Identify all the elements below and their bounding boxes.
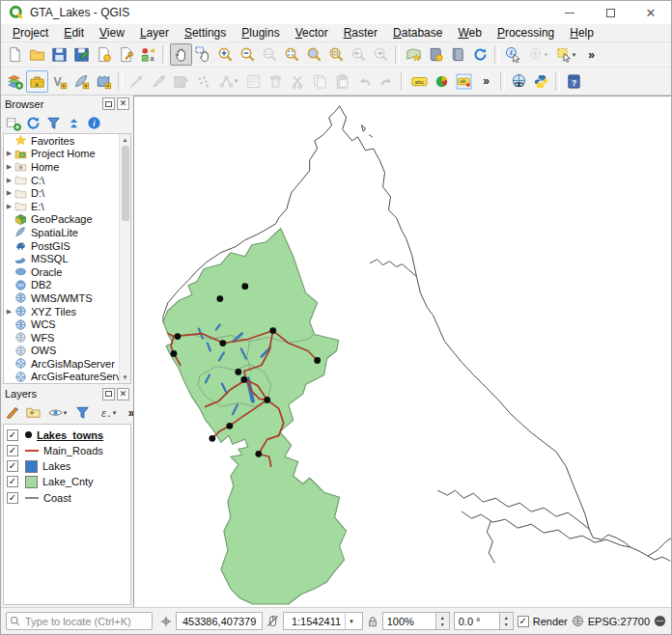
menu-item-project[interactable]: Project (5, 25, 56, 41)
layer-visibility-checkbox[interactable]: ✓ (7, 460, 18, 472)
layer-labeling-button[interactable]: abc (408, 70, 431, 93)
new-virtual-layer-button[interactable]: V (48, 70, 70, 93)
menu-item-settings[interactable]: Settings (177, 25, 234, 41)
select-by-area-button[interactable]: ▼ (552, 43, 580, 66)
browser-item-geopackage[interactable]: GeoPackage (4, 213, 130, 227)
browser-item-d-[interactable]: ▶D:\ (4, 186, 130, 200)
toolbar-overflow[interactable]: » (580, 43, 602, 66)
menu-item-plugins[interactable]: Plugins (234, 25, 287, 41)
layers-close-button[interactable]: ✕ (117, 388, 129, 400)
layer-visibility-checkbox[interactable]: ✓ (7, 429, 18, 441)
open-project-button[interactable] (26, 43, 48, 66)
layout-manager-button[interactable] (115, 43, 137, 66)
new-mesh-layer-button[interactable] (93, 70, 115, 93)
menu-item-help[interactable]: Help (562, 25, 602, 41)
python-console-button[interactable] (530, 70, 552, 93)
browser-item-c-[interactable]: ▶C:\ (4, 174, 130, 187)
filter-legend-button[interactable] (72, 403, 92, 423)
browser-close-button[interactable]: ✕ (117, 97, 129, 110)
browser-item-postgis[interactable]: PostGIS (4, 239, 130, 253)
menu-item-raster[interactable]: Raster (336, 25, 385, 41)
browser-float-button[interactable] (102, 97, 115, 110)
identify-features-button[interactable]: i (502, 43, 524, 66)
refresh-browser-button[interactable] (23, 113, 42, 132)
browser-item-db2[interactable]: DB2DB2 (4, 279, 130, 292)
show-spatial-bookmarks-button[interactable] (425, 43, 447, 66)
close-button[interactable]: ✕ (630, 1, 671, 24)
minimize-button[interactable] (549, 1, 590, 24)
pan-to-selection-button[interactable] (192, 43, 214, 66)
scroll-down-icon[interactable]: ▼ (120, 373, 130, 383)
pan-map-button[interactable] (170, 43, 192, 66)
scale-combo[interactable]: 1:1542411 ▼ (283, 612, 362, 630)
browser-properties-button[interactable]: i (84, 113, 103, 132)
magnifier-value[interactable]: 100% (382, 612, 436, 630)
filter-browser-button[interactable] (43, 113, 63, 132)
layer-item-coast[interactable]: ✓Coast (4, 490, 130, 506)
menu-item-edit[interactable]: Edit (56, 25, 92, 41)
messages-icon[interactable] (654, 615, 666, 627)
zoom-to-selection-button[interactable] (303, 43, 325, 66)
expand-icon[interactable]: ▶ (4, 203, 14, 210)
layer-visibility-checkbox[interactable]: ✓ (7, 445, 18, 456)
scroll-thumb[interactable] (122, 146, 129, 221)
lock-scale-icon[interactable] (367, 616, 378, 627)
menu-item-database[interactable]: Database (385, 25, 450, 41)
browser-item-oracle[interactable]: Oracle (4, 265, 130, 279)
zoom-out-button[interactable] (237, 43, 259, 66)
extents-toggle-icon[interactable] (266, 615, 279, 627)
style-manager-button[interactable]: a (137, 43, 159, 66)
rotation-value[interactable]: 0.0 ° (454, 612, 500, 630)
manage-map-themes-button[interactable]: ▼ (43, 403, 71, 423)
refresh-map-button[interactable] (469, 43, 491, 66)
browser-item-e-[interactable]: ▶E:\ (4, 200, 130, 213)
new-print-layout-button[interactable] (93, 43, 115, 66)
expand-icon[interactable]: ▶ (4, 163, 14, 171)
browser-item-ows[interactable]: OWS (4, 345, 130, 358)
expand-icon[interactable]: ▶ (4, 308, 14, 316)
scroll-up-icon[interactable]: ▲ (120, 134, 130, 145)
layer-diagrams-button[interactable] (431, 70, 453, 93)
browser-item-arcgismapserver[interactable]: ArcGisMapServer (4, 357, 130, 371)
metasearch-button[interactable] (508, 70, 530, 93)
crs-label[interactable]: EPSG:27700 (588, 616, 650, 627)
rotation-spin-buttons[interactable]: ▲▼ (500, 612, 514, 630)
collapse-all-button[interactable] (64, 113, 83, 132)
show-bookmark-manager-button[interactable] (447, 43, 469, 66)
open-layer-styling-button[interactable] (3, 403, 22, 423)
browser-item-xyz-tiles[interactable]: ▶XYZ Tiles (4, 305, 130, 318)
help-contents-button[interactable]: ? (563, 70, 585, 93)
toolbar-overflow-2[interactable]: » (475, 70, 497, 93)
menu-item-vector[interactable]: Vector (288, 25, 336, 41)
browser-item-wms-wmts[interactable]: WMS/WMTS (4, 291, 130, 305)
zoom-to-layer-button[interactable] (325, 43, 348, 66)
scale-dropdown-icon[interactable]: ▼ (345, 613, 354, 629)
data-source-manager-button[interactable] (4, 70, 26, 93)
expand-icon[interactable]: ▶ (4, 150, 14, 157)
magnifier-spin-buttons[interactable]: ▲▼ (436, 612, 450, 630)
layer-item-lakes_towns[interactable]: ✓Lakes_towns (4, 428, 130, 443)
pinned-labels-button[interactable]: ab (453, 70, 475, 93)
browser-item-wcs[interactable]: WCS (4, 318, 130, 331)
new-spatial-bookmark-button[interactable] (403, 43, 425, 66)
layer-visibility-checkbox[interactable]: ✓ (7, 476, 18, 487)
menu-item-processing[interactable]: Processing (490, 25, 562, 41)
maximize-button[interactable] (590, 1, 630, 24)
map-canvas[interactable] (133, 96, 671, 607)
new-project-button[interactable] (4, 43, 26, 66)
locator-box[interactable] (6, 612, 153, 630)
filter-by-expression-button[interactable]: ε▼ (93, 403, 121, 423)
save-project-button[interactable] (48, 43, 70, 66)
menu-item-layer[interactable]: Layer (132, 25, 177, 41)
expand-icon[interactable]: ▶ (4, 189, 14, 197)
menu-item-web[interactable]: Web (450, 25, 489, 41)
layer-item-main_roads[interactable]: ✓Main_Roads (4, 443, 130, 458)
magnifier-spin[interactable]: 100% ▲▼ (382, 612, 450, 630)
coordinate-display[interactable]: 453386,407379 (176, 612, 263, 630)
browser-item-home[interactable]: ▶Home (4, 160, 130, 174)
browser-item-arcgisfeatureserver[interactable]: ArcGisFeatureServer (4, 371, 130, 384)
layers-float-button[interactable] (102, 388, 115, 400)
layer-item-lake_cnty[interactable]: ✓Lake_Cnty (4, 474, 130, 489)
browser-item-favorites[interactable]: Favorites (4, 134, 130, 148)
new-geopackage-layer-button[interactable] (26, 70, 48, 93)
